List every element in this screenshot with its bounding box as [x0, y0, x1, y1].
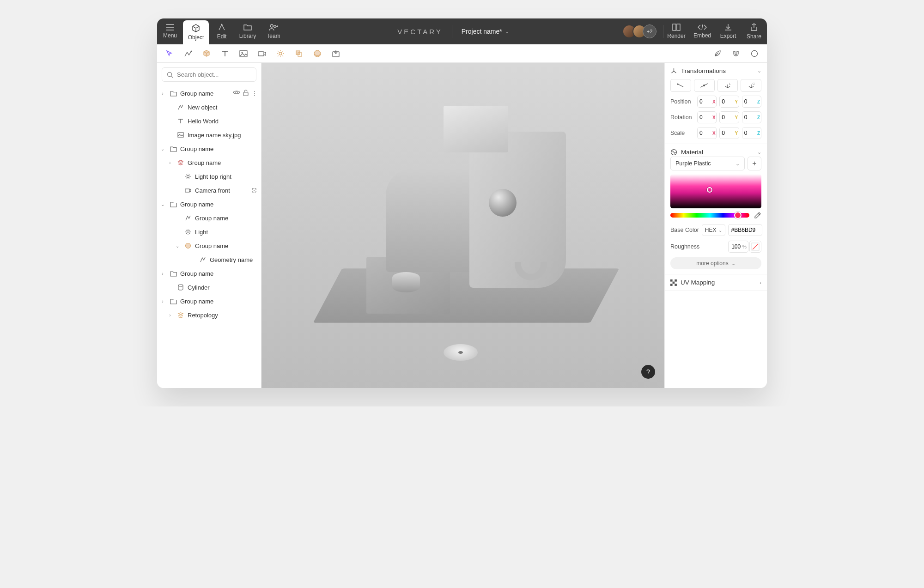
scale-z-input[interactable] — [742, 127, 757, 139]
embed-icon — [698, 24, 707, 30]
menu-label: Menu — [163, 32, 177, 39]
project-name-dropdown[interactable]: Project name* ⌄ — [452, 18, 518, 44]
share-button[interactable]: Share — [741, 18, 767, 44]
leaf-toggle[interactable] — [709, 46, 726, 61]
chevron-right-icon: › — [159, 91, 166, 96]
eye-icon[interactable] — [233, 90, 240, 97]
rotation-y-input[interactable] — [720, 112, 734, 123]
material-select[interactable]: Purple Plastic ⌄ — [670, 157, 745, 170]
tree-row-group[interactable]: › Group name — [157, 156, 261, 170]
tree-row-group[interactable]: › Group name — [157, 294, 261, 308]
roughness-input[interactable] — [728, 241, 748, 253]
snap-toggle[interactable] — [727, 46, 745, 61]
material-header[interactable]: Material ⌄ — [670, 149, 761, 156]
search-input[interactable] — [177, 71, 255, 78]
library-tab[interactable]: Library — [235, 18, 261, 44]
color-mode-select[interactable]: HEX ⌄ — [702, 224, 725, 236]
light-icon — [184, 229, 192, 235]
rotation-x-input[interactable] — [698, 112, 712, 123]
texture-slot[interactable] — [749, 241, 761, 253]
position-y-field[interactable]: Y — [719, 96, 739, 108]
global-space-button[interactable]: G — [741, 79, 761, 92]
vertex-tool[interactable] — [179, 46, 197, 61]
tree-row-group[interactable]: › Group name — [157, 267, 261, 280]
tree-row-group[interactable]: ⌄ Group name — [157, 142, 261, 156]
image-tool[interactable] — [235, 46, 252, 61]
more-options-button[interactable]: more options ⌄ — [670, 257, 761, 269]
hex-input[interactable] — [728, 224, 762, 236]
viewport-3d[interactable]: ? — [261, 63, 664, 388]
svg-point-0 — [221, 24, 223, 25]
pivot-center-button[interactable] — [694, 79, 715, 92]
search-box[interactable] — [162, 67, 256, 82]
svg-rect-3 — [673, 24, 676, 30]
color-field[interactable] — [670, 174, 761, 208]
local-space-button[interactable]: L — [717, 79, 738, 92]
tree-row-retopology[interactable]: › Retopology — [157, 308, 261, 322]
tree-row-group[interactable]: ⌄ Group name — [157, 197, 261, 211]
hue-slider[interactable] — [670, 213, 749, 218]
folder-icon — [169, 146, 177, 152]
export-tool[interactable] — [327, 46, 345, 61]
position-z-input[interactable] — [742, 96, 757, 107]
color-field-thumb[interactable] — [707, 187, 712, 193]
svg-point-12 — [314, 50, 321, 57]
primitive-tool[interactable] — [198, 46, 215, 61]
tree-row-cylinder[interactable]: Cylinder — [157, 280, 261, 294]
object-tab[interactable]: Object — [183, 20, 209, 44]
scale-y-field[interactable]: Y — [719, 127, 739, 139]
position-y-input[interactable] — [720, 96, 734, 107]
position-x-field[interactable]: X — [697, 96, 717, 108]
rotation-z-field[interactable]: Z — [742, 111, 761, 123]
lock-open-icon[interactable] — [243, 90, 249, 97]
material-tool[interactable] — [309, 46, 326, 61]
uv-mapping-header[interactable]: UV Mapping › — [670, 279, 761, 286]
render-button[interactable]: Render — [663, 18, 689, 44]
camera-tool[interactable] — [253, 46, 271, 61]
scale-x-field[interactable]: X — [697, 127, 717, 139]
mesh-tool[interactable] — [290, 46, 308, 61]
team-tab[interactable]: Team — [261, 18, 286, 44]
tree-row-light[interactable]: Light top right — [157, 170, 261, 183]
chevron-down-icon: ⌄ — [736, 161, 740, 167]
scale-z-field[interactable]: Z — [742, 127, 761, 139]
transformations-header[interactable]: Transformations ⌄ — [670, 67, 761, 74]
svg-point-9 — [279, 52, 282, 55]
avatar-extra[interactable]: +2 — [643, 24, 657, 38]
tree-row-object[interactable]: Group name — [157, 211, 261, 225]
position-x-input[interactable] — [698, 96, 712, 107]
text-tool[interactable] — [216, 46, 234, 61]
edit-tab[interactable]: Edit — [209, 18, 235, 44]
tree-row-group[interactable]: › Group name ⋮ — [157, 86, 261, 100]
add-material-button[interactable]: + — [748, 157, 761, 170]
outliner-panel: › Group name ⋮ New object Hello World — [157, 63, 261, 388]
export-button[interactable]: Export — [715, 18, 741, 44]
tree-row-text[interactable]: Hello World — [157, 114, 261, 128]
svg-point-22 — [187, 231, 189, 233]
embed-button[interactable]: Embed — [689, 18, 715, 44]
eyedropper-icon[interactable] — [753, 211, 761, 219]
scale-x-input[interactable] — [698, 127, 712, 139]
light-tool[interactable] — [272, 46, 289, 61]
hue-thumb[interactable] — [734, 212, 742, 219]
position-z-field[interactable]: Z — [742, 96, 761, 108]
tree-row-object[interactable]: New object — [157, 100, 261, 114]
select-tool[interactable] — [161, 46, 178, 61]
more-icon[interactable]: ⋮ — [251, 90, 257, 97]
scale-y-input[interactable] — [720, 127, 734, 139]
pivot-origin-button[interactable] — [670, 79, 691, 92]
tree-row-image[interactable]: Image name sky.jpg — [157, 128, 261, 142]
rotation-y-field[interactable]: Y — [719, 111, 739, 123]
rotation-x-field[interactable]: X — [697, 111, 717, 123]
menu-tab[interactable]: Menu — [157, 18, 183, 44]
help-button[interactable]: ? — [641, 365, 655, 379]
view-toggle[interactable] — [746, 46, 763, 61]
tree-row-light[interactable]: Light — [157, 225, 261, 239]
tree-row-group[interactable]: ⌄ Group name — [157, 239, 261, 253]
tree-row-geometry[interactable]: Geometry name — [157, 253, 261, 267]
target-icon[interactable] — [251, 187, 257, 194]
rotation-z-input[interactable] — [742, 112, 757, 123]
chevron-right-icon: › — [166, 313, 174, 318]
tree-row-camera[interactable]: Camera front — [157, 183, 261, 197]
section-title: Transformations — [681, 67, 726, 74]
